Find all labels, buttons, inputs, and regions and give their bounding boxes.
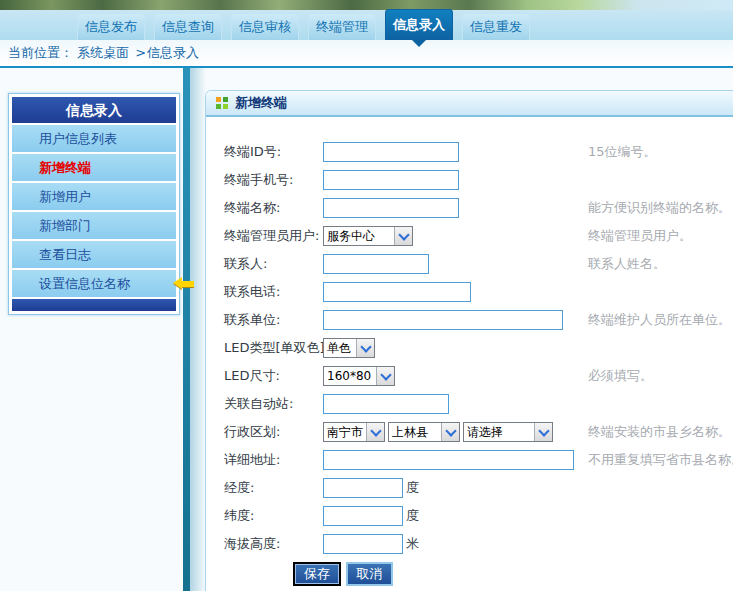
region-select-value: 上林县: [389, 423, 441, 441]
breadcrumb-separator: >: [135, 45, 146, 60]
chevron-down-icon[interactable]: [441, 423, 459, 441]
tab-2[interactable]: 信息查询: [154, 13, 222, 40]
led-type-label: LED类型[单双色]:: [224, 338, 329, 358]
led-type-select-value: 单色: [324, 339, 356, 357]
terminal-phone-input[interactable]: [323, 170, 459, 190]
sidebar-item-5[interactable]: 查看日志: [12, 241, 176, 268]
contact-unit-field: [323, 310, 563, 330]
contact-unit-hint: 终端维护人员所在单位。: [588, 310, 731, 330]
region-select-2[interactable]: 上林县: [388, 422, 460, 442]
address-input[interactable]: [323, 450, 574, 470]
form-row-contact-person: 联系人:联系人姓名。: [206, 254, 733, 282]
sidebar-item-4[interactable]: 新增部门: [12, 212, 176, 239]
address-field: [323, 450, 574, 470]
tab-4[interactable]: 终端管理: [308, 13, 376, 40]
sidebar-item-2[interactable]: 新增终端: [12, 154, 176, 181]
region-select-3[interactable]: 请选择: [463, 422, 553, 442]
contact-phone-label: 联系电话:: [224, 282, 280, 302]
led-size-select-value: 160*80: [324, 367, 376, 385]
header-photo-banner: [0, 0, 733, 10]
sidebar: 信息录入 用户信息列表新增终端新增用户新增部门查看日志设置信息位名称: [8, 93, 180, 315]
longitude-unit-label: 度: [406, 479, 419, 497]
contact-person-label: 联系人:: [224, 254, 267, 274]
contact-unit-label: 联系单位:: [224, 310, 280, 330]
form-row-longitude: 经度:度: [206, 478, 733, 506]
chevron-down-icon[interactable]: [356, 339, 374, 357]
form-row-terminal-phone: 终端手机号:: [206, 170, 733, 198]
led-size-hint: 必须填写。: [588, 366, 653, 386]
form-row-led-size: LED尺寸:160*80必须填写。: [206, 366, 733, 394]
save-button[interactable]: 保存: [293, 562, 341, 586]
chevron-down-icon[interactable]: [534, 423, 552, 441]
panel-header: 新增终端: [206, 91, 733, 117]
led-type-select[interactable]: 单色: [323, 338, 375, 358]
terminal-name-hint: 能方便识别终端的名称。: [588, 198, 731, 218]
sidebar-title: 信息录入: [12, 97, 176, 123]
admin-user-hint: 终端管理员用户。: [588, 226, 692, 246]
region-label: 行政区划:: [224, 422, 280, 442]
terminal-id-label: 终端ID号:: [224, 142, 281, 162]
auto-station-input[interactable]: [323, 394, 449, 414]
tab-5[interactable]: 信息录入: [385, 9, 453, 40]
sidebar-item-1[interactable]: 用户信息列表: [12, 125, 176, 152]
longitude-input[interactable]: [323, 478, 403, 498]
tab-1[interactable]: 信息发布: [77, 13, 145, 40]
region-hint: 终端安装的市县乡名称。: [588, 422, 731, 442]
terminal-name-input[interactable]: [323, 198, 459, 218]
altitude-label: 海拔高度:: [224, 534, 280, 554]
address-label: 详细地址:: [224, 450, 280, 470]
form-row-led-type: LED类型[单双色]:单色: [206, 338, 733, 366]
form-buttons: 保存 取消: [206, 562, 733, 586]
sidebar-item-3[interactable]: 新增用户: [12, 183, 176, 210]
contact-phone-input[interactable]: [323, 282, 471, 302]
form-row-contact-phone: 联系电话:: [206, 282, 733, 310]
sidebar-pointer-arrow-icon: [173, 277, 195, 290]
sidebar-item-6[interactable]: 设置信息位名称: [12, 270, 176, 297]
altitude-field: 米: [323, 534, 419, 554]
latitude-input[interactable]: [323, 506, 403, 526]
vertical-divider-bar: [183, 68, 190, 591]
chevron-down-icon[interactable]: [376, 367, 394, 385]
latitude-label: 纬度:: [224, 506, 254, 526]
address-hint: 不用重复填写省市县名称。: [588, 450, 733, 470]
form-row-admin-user: 终端管理员用户:服务中心终端管理员用户。: [206, 226, 733, 254]
contact-person-field: [323, 254, 429, 274]
breadcrumb-home-link[interactable]: 系统桌面: [77, 45, 129, 60]
altitude-input[interactable]: [323, 534, 403, 554]
admin-user-label: 终端管理员用户:: [224, 226, 319, 246]
content-area: 信息录入 用户信息列表新增终端新增用户新增部门查看日志设置信息位名称 新增终端 …: [0, 68, 733, 591]
terminal-id-hint: 15位编号。: [588, 142, 657, 162]
form-row-address: 详细地址:不用重复填写省市县名称。: [206, 450, 733, 478]
led-size-label: LED尺寸:: [224, 366, 280, 386]
form-row-latitude: 纬度:度: [206, 506, 733, 534]
sidebar-footer-bar: [12, 299, 176, 311]
region-select-1[interactable]: 南宁市: [323, 422, 385, 442]
terminal-name-label: 终端名称:: [224, 198, 280, 218]
contact-unit-input[interactable]: [323, 310, 563, 330]
led-size-field: 160*80: [323, 366, 395, 386]
grid-squares-icon: [216, 97, 228, 109]
latitude-unit-label: 度: [406, 507, 419, 525]
tab-6[interactable]: 信息重发: [462, 13, 530, 40]
chevron-down-icon[interactable]: [394, 227, 412, 245]
breadcrumb-prefix: 当前位置：: [8, 45, 73, 60]
form-row-terminal-name: 终端名称:能方便识别终端的名称。: [206, 198, 733, 226]
altitude-unit-label: 米: [406, 535, 419, 553]
region-select-value: 南宁市: [324, 423, 366, 441]
led-size-select[interactable]: 160*80: [323, 366, 395, 386]
cancel-button[interactable]: 取消: [346, 562, 393, 586]
terminal-phone-field: [323, 170, 459, 190]
main-tab-bar: 信息发布信息查询信息审核终端管理信息录入信息重发: [0, 10, 733, 40]
chevron-down-icon[interactable]: [366, 423, 384, 441]
breadcrumb-current: 信息录入: [147, 45, 199, 60]
form-row-terminal-id: 终端ID号:15位编号。: [206, 142, 733, 170]
breadcrumb: 当前位置： 系统桌面>信息录入: [0, 40, 733, 66]
contact-person-input[interactable]: [323, 254, 429, 274]
terminal-id-input[interactable]: [323, 142, 459, 162]
form-row-altitude: 海拔高度:米: [206, 534, 733, 562]
auto-station-label: 关联自动站:: [224, 394, 293, 414]
terminal-id-field: [323, 142, 459, 162]
tab-3[interactable]: 信息审核: [231, 13, 299, 40]
led-type-field: 单色: [323, 338, 375, 358]
admin-user-select[interactable]: 服务中心: [323, 226, 413, 246]
